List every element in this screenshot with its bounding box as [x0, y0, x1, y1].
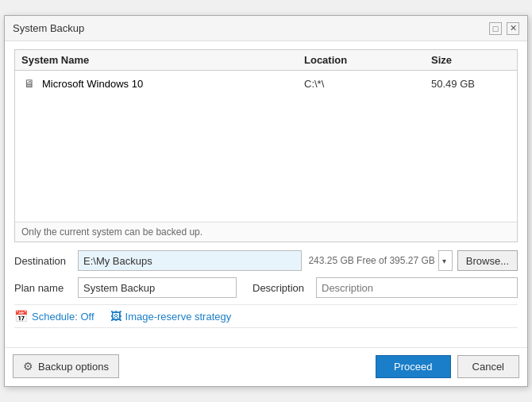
col-header-location: Location: [304, 54, 431, 66]
links-row: 📅 Schedule: Off 🖼 Image-reserve strategy: [14, 304, 518, 328]
cancel-button[interactable]: Cancel: [457, 355, 519, 378]
maximize-button[interactable]: □: [489, 22, 502, 35]
col-header-system-name: System Name: [21, 54, 304, 66]
monitor-icon: 🖥: [21, 77, 37, 90]
close-button[interactable]: ✕: [507, 22, 519, 35]
image-reserve-icon: 🖼: [110, 310, 121, 323]
strategy-link[interactable]: 🖼 Image-reserve strategy: [110, 310, 232, 323]
destination-input[interactable]: [83, 255, 296, 267]
table-header: System Name Location Size: [15, 50, 517, 71]
system-backup-window: System Backup □ ✕ System Name Location S…: [4, 15, 528, 387]
table-row: 🖥 Microsoft Windows 10 C:\*\ 50.49 GB: [21, 74, 511, 93]
table-body: 🖥 Microsoft Windows 10 C:\*\ 50.49 GB: [15, 71, 517, 222]
main-content: System Name Location Size 🖥 Microsoft Wi…: [5, 41, 527, 347]
disk-dropdown[interactable]: ▾: [438, 250, 453, 271]
backup-options-button[interactable]: ⚙ Backup options: [13, 354, 119, 378]
backup-options-label: Backup options: [38, 361, 109, 373]
system-name-value: Microsoft Windows 10: [42, 78, 143, 90]
strategy-label: Image-reserve strategy: [125, 311, 232, 323]
proceed-button[interactable]: Proceed: [376, 355, 450, 378]
title-bar: System Backup □ ✕: [5, 16, 527, 41]
description-label: Description: [253, 282, 316, 294]
system-name-cell: 🖥 Microsoft Windows 10: [21, 77, 304, 90]
plan-name-input[interactable]: [78, 277, 237, 298]
table-footer-note: Only the current system can be backed up…: [15, 222, 517, 242]
size-cell: 50.49 GB: [431, 78, 511, 90]
action-buttons: Proceed Cancel: [376, 355, 519, 378]
close-icon: ✕: [510, 23, 517, 33]
destination-row: Destination 243.25 GB Free of 395.27 GB …: [14, 250, 518, 271]
description-input[interactable]: [316, 277, 518, 298]
browse-button[interactable]: Browse...: [457, 250, 518, 271]
calendar-icon: 📅: [14, 310, 28, 323]
gear-icon: ⚙: [23, 360, 33, 373]
schedule-link[interactable]: 📅 Schedule: Off: [14, 310, 94, 323]
destination-input-wrap: [78, 250, 302, 271]
destination-label: Destination: [14, 255, 78, 267]
disk-info: 243.25 GB Free of 395.27 GB: [308, 255, 434, 266]
systems-table: System Name Location Size 🖥 Microsoft Wi…: [14, 49, 518, 242]
chevron-down-icon: ▾: [442, 257, 446, 265]
col-header-size: Size: [431, 54, 511, 66]
schedule-label: Schedule: Off: [32, 311, 94, 323]
window-title: System Backup: [13, 22, 84, 34]
plan-name-row: Plan name Description: [14, 277, 518, 298]
location-cell: C:\*\: [304, 78, 431, 90]
form-section: Destination 243.25 GB Free of 395.27 GB …: [14, 250, 518, 298]
bottom-bar: ⚙ Backup options Proceed Cancel: [5, 347, 527, 386]
maximize-icon: □: [493, 24, 499, 33]
plan-name-label: Plan name: [14, 282, 78, 294]
title-bar-controls: □ ✕: [489, 22, 519, 35]
